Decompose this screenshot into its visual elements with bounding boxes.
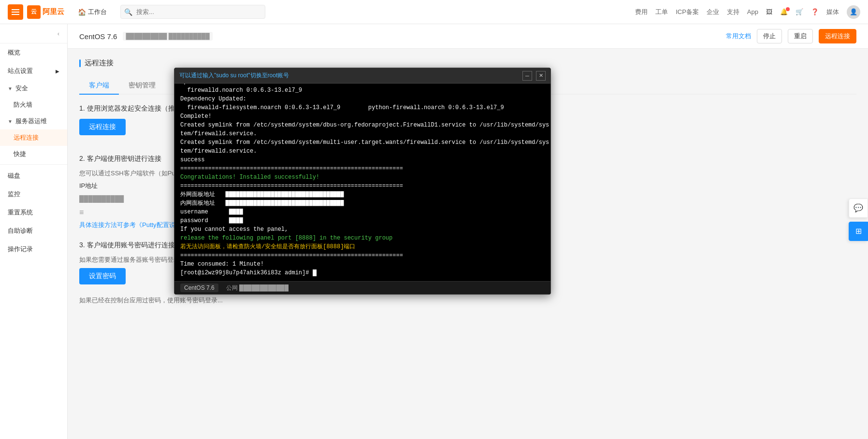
terminal-line: [root@i2wz99j8u7p47ahik36i83z admin]# <box>180 269 545 277</box>
navbar: 云 阿里云 🏠 工作台 🔍 费用 工单 ICP备案 企业 支持 App 🖼 🔔 … <box>0 0 868 24</box>
sidebar-item-op-log[interactable]: 操作记录 <box>0 240 67 258</box>
browser-connect-button[interactable]: 远程连接 <box>79 119 126 135</box>
sidebar-section-server-ops[interactable]: 服务器运维 <box>0 113 67 129</box>
terminal-tab-info: 公网 ████████████ <box>226 284 289 292</box>
media-link[interactable]: 媒体 <box>826 8 839 16</box>
hamburger-button[interactable] <box>8 4 23 20</box>
sidebar-item-overview[interactable]: 概览 <box>0 43 67 62</box>
instance-header: CentOS 7.6 ██████████ ██████████ 常用文档 停止… <box>68 24 868 49</box>
instance-name: CentOS 7.6 <box>79 32 117 41</box>
instance-ip: ██████████ ██████████ <box>123 32 212 41</box>
help-icon[interactable]: ❓ <box>811 8 819 15</box>
right-float-buttons: 💬 ⊞ <box>849 198 868 241</box>
search-area: 🔍 <box>120 5 265 19</box>
terminal-line: Time consumed: 1 Minute! <box>180 260 545 269</box>
terminal-line: success <box>180 156 545 164</box>
terminal-cursor <box>313 269 317 276</box>
logo-icon: 云 <box>27 5 41 19</box>
terminal-line: password ████ <box>180 216 545 225</box>
notification-bell[interactable]: 🔔 <box>780 8 788 15</box>
instance-actions: 常用文档 停止 重启 远程连接 <box>726 29 856 43</box>
terminal-title: 可以通过输入"sudo su root"切换至root账号 <box>179 71 289 80</box>
terminal-line: release the following panel port [8888] … <box>180 234 545 242</box>
terminal-line: ========================================… <box>180 164 545 173</box>
terminal-line: ========================================… <box>180 182 545 190</box>
remote-connect-button[interactable]: 远程连接 <box>819 29 856 43</box>
disk-label: 磁盘 <box>8 171 20 180</box>
ticket-link[interactable]: 工单 <box>655 8 668 16</box>
firewall-label: 防火墙 <box>14 101 32 108</box>
sidebar-item-site-settings[interactable]: 站点设置 <box>0 62 67 80</box>
common-doc-link[interactable]: 常用文档 <box>726 32 751 41</box>
remote-connect-label: 远程连接 <box>14 134 39 141</box>
avatar-icon: 👤 <box>850 8 857 15</box>
hamburger-icon <box>12 12 19 13</box>
workbench-label: 工作台 <box>88 8 107 16</box>
search-input[interactable] <box>120 5 265 19</box>
terminal-close-button[interactable]: ✕ <box>536 71 546 81</box>
sidebar-item-reset-sys[interactable]: 重置系统 <box>0 203 67 222</box>
terminal-line: If you cannot access the panel, <box>180 225 545 234</box>
user-avatar[interactable]: 👤 <box>847 5 860 19</box>
instance-info: CentOS 7.6 ██████████ ██████████ <box>79 32 213 41</box>
navbar-actions: 费用 工单 ICP备案 企业 支持 App 🖼 🔔 🛒 ❓ 媒体 👤 <box>635 5 860 19</box>
sidebar-item-remote-connect[interactable]: 远程连接 <box>0 129 67 146</box>
terminal-line: firewalld.noarch 0:0.6.3-13.el7_9 <box>180 86 545 95</box>
security-label: 安全 <box>15 84 28 93</box>
sidebar-section-security[interactable]: 安全 <box>0 80 67 97</box>
aliyun-logo[interactable]: 云 阿里云 <box>27 5 64 19</box>
sidebar-item-disk[interactable]: 磁盘 <box>0 167 67 185</box>
cart-icon[interactable]: 🛒 <box>796 8 803 15</box>
terminal-line: tem/firewalld.service. <box>180 129 545 138</box>
sidebar-item-self-diagnose[interactable]: 自助诊断 <box>0 222 67 240</box>
terminal-tab-label[interactable]: CentOS 7.6 <box>180 283 218 292</box>
terminal-window: 可以通过输入"sudo su root"切换至root账号 ─ ✕ Verify… <box>174 68 551 295</box>
icp-link[interactable]: ICP备案 <box>676 8 699 16</box>
section-title: 远程连接 <box>79 58 856 68</box>
terminal-controls: ─ ✕ <box>522 71 546 81</box>
terminal-line: Dependency Updated: <box>180 95 545 103</box>
terminal-minimize-button[interactable]: ─ <box>522 71 532 81</box>
search-icon: 🔍 <box>124 8 132 16</box>
putty-link[interactable]: 具体连接方法可参考《Putty配置说明》 <box>79 221 188 228</box>
terminal-footer: CentOS 7.6 公网 ████████████ <box>174 281 550 294</box>
terminal-line: firewalld-filesystem.noarch 0:0.6.3-13.e… <box>180 103 545 112</box>
enterprise-link[interactable]: 企业 <box>707 8 719 16</box>
terminal-line: username ████ <box>180 208 545 216</box>
terminal-line: 内网面板地址 █████████████████████████████████… <box>180 199 545 208</box>
image-icon[interactable]: 🖼 <box>766 8 772 15</box>
notification-dot <box>786 7 790 11</box>
sidebar-item-firewall[interactable]: 防火墙 <box>0 97 67 113</box>
grid-float-button[interactable]: ⊞ <box>849 222 868 241</box>
self-diagnose-label: 自助诊断 <box>8 227 33 235</box>
section-title-text: 远程连接 <box>85 58 114 68</box>
sidebar-item-monitor[interactable]: 监控 <box>0 185 67 203</box>
terminal-line: Created symlink from /etc/systemd/system… <box>180 121 545 129</box>
sidebar: ‹ 概览 站点设置 安全 防火墙 服务器运维 远程连接 快捷 磁盘 监控 <box>0 24 68 439</box>
terminal-line: Congratulations! Installed successfully! <box>180 173 545 182</box>
monitor-label: 监控 <box>8 190 20 198</box>
app-link[interactable]: App <box>747 8 758 15</box>
step3-note: 如果已经在控制台应用过密码，使用账号密码登录... <box>79 296 856 305</box>
reset-sys-label: 重置系统 <box>8 208 33 217</box>
support-link[interactable]: 支持 <box>727 8 739 16</box>
restart-button[interactable]: 重启 <box>788 29 813 43</box>
op-log-label: 操作记录 <box>8 245 33 254</box>
stop-button[interactable]: 停止 <box>757 29 782 43</box>
overview-label: 概览 <box>8 48 20 57</box>
more-icon[interactable]: ≡ <box>79 208 84 217</box>
sidebar-divider-1 <box>0 164 67 165</box>
fee-link[interactable]: 费用 <box>635 8 648 16</box>
chat-float-button[interactable]: 💬 <box>849 198 868 218</box>
workbench-link[interactable]: 🏠 工作台 <box>74 6 111 18</box>
quick-label: 快捷 <box>14 150 26 157</box>
sidebar-item-quick[interactable]: 快捷 <box>0 146 67 162</box>
terminal-line: tem/firewalld.service. <box>180 147 545 156</box>
sidebar-collapse-btn[interactable]: ‹ <box>0 24 67 43</box>
terminal-body[interactable]: Verifying : python-firewall-0.6.3-13.el7… <box>174 84 550 281</box>
terminal-line: ========================================… <box>180 251 545 260</box>
set-password-button[interactable]: 设置密码 <box>79 268 126 284</box>
tab-key[interactable]: 密钥管理 <box>119 77 165 95</box>
server-ops-label: 服务器运维 <box>15 117 47 126</box>
tab-client[interactable]: 客户端 <box>79 77 119 95</box>
